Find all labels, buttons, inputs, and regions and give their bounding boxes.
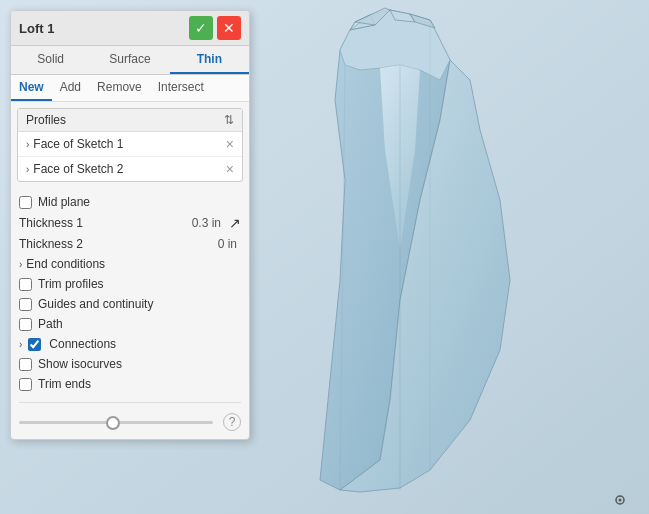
subtab-intersect[interactable]: Intersect	[150, 75, 212, 101]
mid-plane-row: Mid plane	[19, 192, 241, 212]
title-bar: Loft 1 ✓ ✕	[11, 11, 249, 46]
profile-1-name: Face of Sketch 1	[33, 137, 123, 151]
guides-continuity-checkbox[interactable]	[19, 298, 32, 311]
chevron-right-icon-2: ›	[26, 164, 29, 175]
subtab-remove[interactable]: Remove	[89, 75, 150, 101]
profile-item-1[interactable]: › Face of Sketch 1 ×	[18, 132, 242, 157]
trim-profiles-row: Trim profiles	[19, 274, 241, 294]
trim-ends-label: Trim ends	[38, 377, 91, 391]
title-bar-buttons: ✓ ✕	[189, 16, 241, 40]
slider-container[interactable]	[19, 421, 213, 424]
subtab-new[interactable]: New	[11, 75, 52, 101]
end-conditions-row[interactable]: › End conditions	[19, 254, 241, 274]
panel-title: Loft 1	[19, 21, 54, 36]
sort-icon[interactable]: ⇅	[224, 113, 234, 127]
mid-plane-checkbox[interactable]	[19, 196, 32, 209]
svg-point-13	[619, 499, 622, 502]
tab-surface[interactable]: Surface	[90, 46, 169, 74]
connections-label: Connections	[49, 337, 116, 351]
trim-ends-row: Trim ends	[19, 374, 241, 394]
profile-item-2[interactable]: › Face of Sketch 2 ×	[18, 157, 242, 181]
slider-thumb[interactable]	[106, 416, 120, 430]
expand-end-conditions-icon: ›	[19, 259, 22, 270]
reverse-direction-icon[interactable]: ↗	[229, 215, 241, 231]
slider-track	[19, 421, 213, 424]
thickness1-label: Thickness 1	[19, 216, 83, 230]
show-isocurves-checkbox[interactable]	[19, 358, 32, 371]
path-row: Path	[19, 314, 241, 334]
subtab-add[interactable]: Add	[52, 75, 89, 101]
path-label: Path	[38, 317, 63, 331]
slider-row: ?	[11, 407, 249, 439]
expand-connections-icon: ›	[19, 339, 22, 350]
trim-ends-checkbox[interactable]	[19, 378, 32, 391]
show-isocurves-label: Show isocurves	[38, 357, 122, 371]
profiles-header: Profiles ⇅	[18, 109, 242, 132]
path-checkbox[interactable]	[19, 318, 32, 331]
close-profile-1-icon[interactable]: ×	[226, 136, 234, 152]
thickness2-row: Thickness 2 0 in	[19, 234, 241, 254]
tab-solid[interactable]: Solid	[11, 46, 90, 74]
accept-button[interactable]: ✓	[189, 16, 213, 40]
trim-profiles-label: Trim profiles	[38, 277, 104, 291]
thickness1-row: Thickness 1 0.3 in ↗	[19, 212, 241, 234]
end-conditions-label: End conditions	[26, 257, 105, 271]
profiles-label: Profiles	[26, 113, 66, 127]
help-icon[interactable]: ?	[223, 413, 241, 431]
connections-checkbox[interactable]	[28, 338, 41, 351]
connections-row[interactable]: › Connections	[19, 334, 241, 354]
close-profile-2-icon[interactable]: ×	[226, 161, 234, 177]
thickness2-value: 0 in	[218, 237, 237, 251]
divider	[19, 402, 241, 403]
show-isocurves-row: Show isocurves	[19, 354, 241, 374]
loft-panel: Loft 1 ✓ ✕ Solid Surface Thin New Add Re…	[10, 10, 250, 440]
sub-tabs: New Add Remove Intersect	[11, 75, 249, 102]
guides-continuity-row: Guides and continuity	[19, 294, 241, 314]
options-section: Mid plane Thickness 1 0.3 in ↗ Thickness…	[11, 188, 249, 398]
profile-2-name: Face of Sketch 2	[33, 162, 123, 176]
thickness1-value: 0.3 in	[192, 216, 221, 230]
thickness2-label: Thickness 2	[19, 237, 83, 251]
tab-thin[interactable]: Thin	[170, 46, 249, 74]
profiles-section: Profiles ⇅ › Face of Sketch 1 × › Face o…	[17, 108, 243, 182]
mode-tabs: Solid Surface Thin	[11, 46, 249, 75]
guides-continuity-label: Guides and continuity	[38, 297, 153, 311]
mid-plane-label: Mid plane	[38, 195, 90, 209]
trim-profiles-checkbox[interactable]	[19, 278, 32, 291]
reject-button[interactable]: ✕	[217, 16, 241, 40]
chevron-right-icon: ›	[26, 139, 29, 150]
